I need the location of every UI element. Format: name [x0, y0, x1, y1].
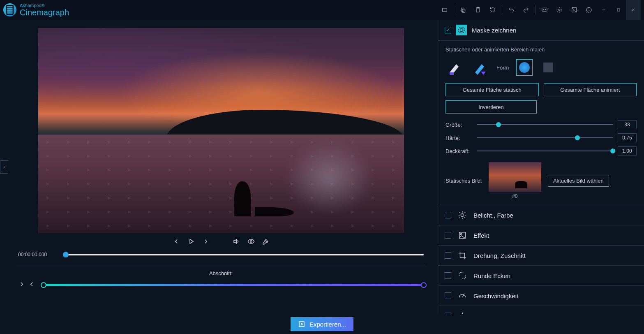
- panel-rotate[interactable]: Drehung, Zuschnitt: [438, 246, 644, 266]
- speed-checkbox[interactable]: [445, 292, 451, 299]
- reset-icon[interactable]: [485, 0, 500, 20]
- panel-round[interactable]: Runde Ecken: [438, 266, 644, 286]
- section-next-button[interactable]: [18, 281, 25, 290]
- svg-rect-5: [461, 8, 464, 11]
- titlebar: Ashampoo® Cinemagraph: [0, 0, 644, 20]
- section-prev-button[interactable]: [28, 281, 35, 290]
- hardness-value[interactable]: 0.75: [618, 133, 637, 142]
- tools-icon[interactable]: [262, 238, 270, 247]
- brush-static-icon[interactable]: [445, 58, 464, 77]
- size-label: Größe:: [445, 122, 472, 128]
- expand-left-panel-button[interactable]: [0, 160, 8, 174]
- effect-label: Effekt: [473, 232, 489, 239]
- sun-icon: [457, 210, 468, 220]
- brand: Ashampoo® Cinemagraph: [3, 3, 69, 17]
- static-image-label: Statisches Bild:: [445, 178, 482, 184]
- effect-checkbox[interactable]: [445, 232, 451, 239]
- volume-icon[interactable]: [233, 238, 240, 247]
- brand-big: Cinemagraph: [20, 8, 69, 17]
- round-corners-icon: [457, 270, 468, 281]
- play-button[interactable]: [187, 238, 195, 247]
- window-close-button[interactable]: [626, 0, 641, 20]
- preview-canvas[interactable]: [38, 28, 404, 233]
- panel-exposure[interactable]: Belicht., Farbe: [438, 205, 644, 225]
- mask-icon: [456, 25, 467, 35]
- opacity-slider[interactable]: [477, 151, 613, 151]
- svg-point-24: [250, 241, 252, 243]
- hardness-slider[interactable]: [477, 137, 613, 138]
- mask-checkbox[interactable]: [445, 27, 451, 33]
- choose-frame-button[interactable]: Aktuelles Bild wählen: [548, 175, 609, 187]
- redo-icon[interactable]: [519, 0, 533, 20]
- brush-animated-icon[interactable]: [471, 58, 489, 77]
- svg-point-26: [460, 28, 463, 31]
- editor-area: 00:00:00.000 Abschnitt:: [0, 20, 438, 314]
- feedback-icon[interactable]: [537, 0, 552, 20]
- section-range[interactable]: [44, 284, 424, 286]
- titlebar-actions: [437, 0, 641, 20]
- panel-effect[interactable]: Effekt: [438, 225, 644, 246]
- svg-point-29: [461, 213, 464, 216]
- preview-icon[interactable]: [247, 238, 255, 247]
- timeline-thumb[interactable]: [63, 252, 69, 257]
- crop-icon: [457, 250, 468, 261]
- copy-icon[interactable]: [456, 0, 471, 20]
- prev-frame-button[interactable]: [173, 238, 180, 247]
- gauge-icon: [457, 290, 468, 301]
- panel-mask-header[interactable]: Maske zeichnen: [438, 20, 644, 41]
- svg-line-32: [462, 295, 464, 297]
- rotate-checkbox[interactable]: [445, 252, 451, 259]
- invert-button[interactable]: Invertieren: [445, 100, 537, 114]
- svg-point-25: [459, 27, 465, 33]
- paste-icon[interactable]: [471, 0, 485, 20]
- timeline: 00:00:00.000: [16, 252, 425, 262]
- svg-rect-6: [462, 9, 465, 12]
- exposure-label: Belicht., Farbe: [473, 212, 513, 219]
- size-slider[interactable]: [477, 124, 613, 125]
- panel-speed[interactable]: Geschwindigkeit: [438, 286, 644, 306]
- mask-hint: Statischen oder animierten Bereich malen: [445, 46, 637, 53]
- text-icon: [457, 311, 468, 314]
- svg-rect-19: [617, 9, 620, 11]
- round-label: Runde Ecken: [473, 272, 510, 279]
- shape-circle-button[interactable]: [516, 59, 533, 76]
- svg-point-11: [545, 9, 545, 10]
- timeline-track[interactable]: [66, 254, 424, 255]
- all-animated-button[interactable]: Gesamte Fläche animiert: [544, 83, 637, 96]
- settings-icon[interactable]: [552, 0, 567, 20]
- export-button[interactable]: Exportieren...: [291, 317, 353, 331]
- effect-icon: [457, 230, 468, 241]
- playback-controls: [173, 233, 270, 252]
- info-icon[interactable]: [582, 0, 596, 20]
- panel-text[interactable]: Text: [438, 306, 644, 314]
- timecode: 00:00:00.000: [18, 252, 58, 257]
- svg-point-12: [559, 9, 560, 11]
- exposure-checkbox[interactable]: [445, 212, 451, 218]
- compare-icon[interactable]: [567, 0, 582, 20]
- undo-icon[interactable]: [504, 0, 519, 20]
- section-start-handle[interactable]: [41, 282, 46, 288]
- svg-rect-27: [450, 72, 454, 75]
- svg-rect-37: [299, 322, 304, 327]
- svg-point-31: [460, 233, 462, 235]
- all-static-button[interactable]: Gesamte Fläche statisch: [445, 83, 539, 96]
- side-panel: Maske zeichnen Statischen oder animierte…: [438, 20, 644, 314]
- open-icon[interactable]: [437, 0, 452, 20]
- svg-rect-9: [542, 8, 547, 11]
- mask-title: Maske zeichnen: [472, 27, 516, 34]
- section-end-handle[interactable]: [421, 282, 427, 288]
- size-value[interactable]: 33: [618, 120, 637, 129]
- shape-square-button[interactable]: [540, 59, 556, 76]
- static-thumbnail[interactable]: [489, 162, 541, 192]
- section-label: Abschnitt:: [16, 270, 425, 276]
- next-frame-button[interactable]: [202, 238, 210, 247]
- svg-line-14: [572, 8, 577, 12]
- export-bar: Exportieren...: [0, 314, 644, 334]
- svg-marker-28: [481, 72, 486, 75]
- window-minimize-button[interactable]: [596, 0, 611, 20]
- window-maximize-button[interactable]: [611, 0, 626, 20]
- mask-body: Statischen oder animierten Bereich malen…: [438, 41, 644, 205]
- opacity-value[interactable]: 1.00: [618, 146, 637, 155]
- round-checkbox[interactable]: [445, 272, 451, 279]
- svg-marker-22: [190, 239, 193, 244]
